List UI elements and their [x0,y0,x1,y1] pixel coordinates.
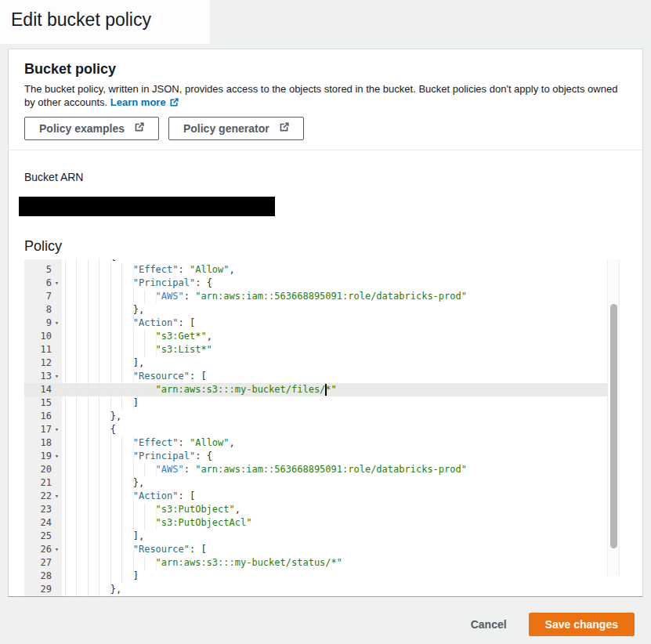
line-number-cell: 11 [24,343,62,356]
code-line-text[interactable]: "s3:PutObject", [62,503,620,516]
editor-line[interactable]: 8 }, [24,303,620,317]
text-cursor [325,384,327,396]
line-number: 16 [41,410,52,423]
code-line-text[interactable]: { [62,423,620,436]
code-line-text[interactable]: ], [62,530,620,543]
line-number-cell: 19▾ [24,450,62,463]
code-line-text[interactable]: "Principal": { [62,450,620,463]
panel-title: Bucket policy [24,60,627,78]
panel-body: Bucket ARN Policy 4▾ {5 "Effect": "Allow… [9,150,642,596]
line-number: 13 [41,370,52,383]
policy-editor[interactable]: 4▾ {5 "Effect": "Allow",6▾ "Principal": … [24,259,620,596]
fold-toggle-icon[interactable]: ▾ [52,277,62,290]
fold-toggle-icon[interactable]: ▾ [52,423,62,436]
editor-line[interactable]: 23 "s3:PutObject", [24,503,620,516]
line-number: 27 [41,556,52,570]
line-number-cell: 24 [24,516,62,530]
cancel-button[interactable]: Cancel [471,618,507,631]
editor-line[interactable]: 22▾ "Action": [ [24,490,620,503]
editor-line[interactable]: 10 "s3:Get*", [24,330,620,343]
line-number-cell: 26▾ [24,543,62,556]
line-number: 25 [41,530,52,543]
code-line-text[interactable]: ] [62,570,620,583]
fold-toggle-icon[interactable]: ▾ [52,450,62,463]
line-number-cell: 12 [24,356,62,370]
line-number: 22 [41,490,52,503]
line-number-cell: 29 [24,583,62,596]
code-line-text[interactable]: "Action": [ [62,490,620,503]
code-line-text[interactable]: "arn:aws:s3:::my-bucket/status/*" [62,556,620,570]
editor-line[interactable]: 11 "s3:List*" [24,343,620,356]
editor-line[interactable]: 14 "arn:aws:s3:::my-bucket/files/*" [24,383,620,396]
editor-line[interactable]: 17▾ { [24,423,620,436]
code-line-text[interactable]: "Resource": [ [62,543,620,556]
code-line-text[interactable]: "Principal": { [62,277,620,290]
editor-line[interactable]: 29 }, [24,583,620,596]
line-number: 6 [46,277,52,290]
fold-toggle-icon[interactable]: ▾ [52,490,62,503]
editor-line[interactable]: 19▾ "Principal": { [24,450,620,463]
policy-examples-button[interactable]: Policy examples [24,117,159,140]
code-line-text[interactable]: "s3:PutObjectAcl" [62,516,620,530]
save-changes-button[interactable]: Save changes [529,613,635,636]
footer-actions: Cancel Save changes [0,613,635,636]
editor-line[interactable]: 24 "s3:PutObjectAcl" [24,516,620,530]
editor-line[interactable]: 25 ], [24,530,620,543]
policy-generator-button[interactable]: Policy generator [168,117,304,140]
line-number: 7 [46,290,52,303]
line-number: 12 [41,356,52,370]
code-line-text[interactable]: }, [62,583,620,596]
bucket-arn-label: Bucket ARN [24,171,627,184]
line-number: 23 [41,503,52,516]
editor-line[interactable]: 28 ] [24,570,620,583]
line-number: 21 [41,476,52,490]
editor-line[interactable]: 20 "AWS": "arn:aws:iam::563668895091:rol… [24,463,620,476]
code-line-text[interactable]: "arn:aws:s3:::my-bucket/files/*" [62,383,620,396]
editor-line[interactable]: 18 "Effect": "Allow", [24,436,620,450]
fold-toggle-icon[interactable]: ▾ [52,370,62,383]
code-line-text[interactable]: "Resource": [ [62,370,620,383]
code-line-text[interactable]: "s3:Get*", [62,330,620,343]
code-line-text[interactable]: "AWS": "arn:aws:iam::563668895091:role/d… [62,463,620,476]
editor-line[interactable]: 12 ], [24,356,620,370]
panel-header: Bucket policy The bucket policy, written… [9,49,642,150]
code-line-text[interactable]: ] [62,396,620,410]
policy-examples-label: Policy examples [39,122,125,135]
editor-line[interactable]: 7 "AWS": "arn:aws:iam::563668895091:role… [24,290,620,303]
learn-more-link[interactable]: Learn more [110,96,179,108]
editor-rows: 4▾ {5 "Effect": "Allow",6▾ "Principal": … [24,259,620,596]
code-line-text[interactable]: }, [62,476,620,490]
code-line-text[interactable]: ], [62,356,620,370]
code-line-text[interactable]: }, [62,303,620,317]
code-line-text[interactable]: "s3:List*" [62,343,620,356]
editor-vertical-scrollbar[interactable] [607,259,620,576]
editor-line[interactable]: 6▾ "Principal": { [24,277,620,290]
code-line-text[interactable]: }, [62,410,620,423]
code-line-text[interactable]: "Effect": "Allow", [62,436,620,450]
line-number-cell: 21 [24,476,62,490]
line-number: 19 [41,450,52,463]
code-line-text[interactable]: "Effect": "Allow", [62,263,620,277]
editor-line[interactable]: 21 }, [24,476,620,490]
editor-line[interactable]: 27 "arn:aws:s3:::my-bucket/status/*" [24,556,620,570]
policy-section-label: Policy [24,237,627,255]
policy-generator-label: Policy generator [183,122,269,135]
fold-toggle-icon[interactable]: ▾ [52,543,62,556]
editor-line[interactable]: 5 "Effect": "Allow", [24,263,620,277]
line-number-cell: 22▾ [24,490,62,503]
line-number-cell: 13▾ [24,370,62,383]
editor-line[interactable]: 13▾ "Resource": [ [24,370,620,383]
line-number: 20 [41,463,52,476]
line-number-cell: 8 [24,303,62,317]
code-line-text[interactable]: "AWS": "arn:aws:iam::563668895091:role/d… [62,290,620,303]
scrollbar-thumb[interactable] [610,304,617,548]
editor-line[interactable]: 26▾ "Resource": [ [24,543,620,556]
line-number-cell: 17▾ [24,423,62,436]
line-number: 29 [41,583,52,596]
editor-line[interactable]: 15 ] [24,396,620,410]
code-line-text[interactable]: "Action": [ [62,317,620,330]
editor-line[interactable]: 16 }, [24,410,620,423]
line-number-cell: 7 [24,290,62,303]
editor-line[interactable]: 9▾ "Action": [ [24,317,620,330]
fold-toggle-icon[interactable]: ▾ [52,317,62,330]
